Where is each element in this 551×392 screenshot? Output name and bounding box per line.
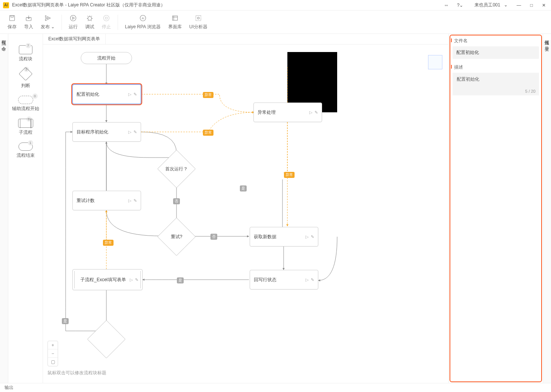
edge-badge-no: 否 xyxy=(173,198,180,204)
canvas-hint: 鼠标双击可以修改流程块标题 xyxy=(48,370,106,376)
ui-library-button[interactable]: 界面库 xyxy=(165,12,185,32)
play-icon[interactable]: ▷ xyxy=(128,130,131,135)
svg-text:AI: AI xyxy=(141,17,144,20)
node-config-init[interactable]: 配置初始化 ▷✎ xyxy=(72,84,141,104)
svg-point-4 xyxy=(88,17,92,20)
edge-badge-yes: 是 xyxy=(240,185,247,191)
left-side-tabs: 流程 命令 xyxy=(0,34,8,383)
save-icon xyxy=(8,14,16,22)
toolbar: 保存 导入 发布 ⌄ 运行 调试 停止 AI Laiye RPA 浏览器 界面库… xyxy=(0,11,551,34)
stop-button[interactable]: 停止 xyxy=(99,12,114,32)
svg-rect-10 xyxy=(196,15,201,20)
user-menu[interactable]: 来也员工001 ⌄ xyxy=(470,1,510,9)
tab-properties[interactable]: 属性 xyxy=(543,34,551,40)
analyzer-icon xyxy=(194,14,203,22)
ui-analyzer-button[interactable]: UI分析器 xyxy=(186,12,210,32)
svg-point-3 xyxy=(71,15,76,21)
node-subflow-excel[interactable]: 子流程_Excel填写表单 ▷✎ xyxy=(72,269,143,290)
edit-icon[interactable]: ✎ xyxy=(134,92,137,97)
flow-canvas[interactable]: 流程开始 配置初始化 ▷✎ 目标程序初始化 ▷✎ 重试计数 ▷✎ 子流程_Exc… xyxy=(43,44,448,383)
filename-label: 文件名 xyxy=(449,34,543,45)
palette-aux-start[interactable]: 0 辅助流程开始 xyxy=(12,96,39,112)
node-exception[interactable]: 异常处理 ▷✎ xyxy=(253,103,322,122)
play-icon[interactable]: ▷ xyxy=(130,277,133,282)
edge-badge-exception: 异常 xyxy=(284,172,295,178)
play-icon[interactable]: ▷ xyxy=(309,110,312,115)
description-input[interactable]: 配置初始化 5 / 20 xyxy=(453,73,539,95)
play-icon[interactable]: ▷ xyxy=(305,277,308,282)
palette-end[interactable]: 1 流程结束 xyxy=(17,142,35,159)
edge-badge-no: 否 xyxy=(210,234,217,240)
app-logo: AI xyxy=(3,2,9,8)
footer-bar: 输出 xyxy=(0,383,551,392)
tab-flow[interactable]: 流程 xyxy=(0,34,8,40)
palette-subflow[interactable]: 1 子流程 xyxy=(18,119,33,136)
svg-point-5 xyxy=(104,15,109,21)
edge-badge-exception: 异常 xyxy=(203,130,213,136)
node-target-init[interactable]: 目标程序初始化 ▷✎ xyxy=(72,122,141,142)
edit-icon[interactable]: ✎ xyxy=(134,198,137,203)
browser-button[interactable]: AI Laiye RPA 浏览器 xyxy=(122,12,163,32)
svg-rect-9 xyxy=(172,16,177,20)
window-close[interactable]: ✕ xyxy=(540,2,548,9)
zoom-out-button[interactable]: − xyxy=(48,349,58,358)
import-button[interactable]: 导入 xyxy=(21,12,36,32)
edge-badge-exception: 异常 xyxy=(103,240,114,246)
play-icon[interactable]: ▷ xyxy=(128,92,131,97)
tab-command[interactable]: 命令 xyxy=(0,40,8,46)
shape-palette: 7 流程块 3 判断 0 辅助流程开始 1 子流程 1 流程结束 xyxy=(8,34,43,383)
char-counter: 5 / 20 xyxy=(525,89,536,93)
edit-icon[interactable]: ✎ xyxy=(135,277,138,282)
node-write-status[interactable]: 回写行状态 ▷✎ xyxy=(250,270,318,289)
minimap[interactable] xyxy=(428,55,442,69)
run-icon xyxy=(69,14,77,22)
svg-rect-0 xyxy=(9,15,14,20)
publish-button[interactable]: 发布 ⌄ xyxy=(38,12,58,32)
zoom-fit-button[interactable]: ▢ xyxy=(48,358,58,366)
apps-icon[interactable]: ▫▫ xyxy=(442,2,450,9)
description-label: 描述 xyxy=(449,60,543,71)
zoom-controls: + − ▢ xyxy=(48,341,58,366)
filename-value[interactable]: 配置初始化 xyxy=(453,46,539,59)
palette-judge[interactable]: 3 判断 xyxy=(21,69,31,89)
import-icon xyxy=(25,14,33,22)
title-bar: AI Excel数据填写到网页表单 - Laiye RPA Creator 社区… xyxy=(0,0,551,11)
window-minimize[interactable]: — xyxy=(514,2,523,9)
play-icon[interactable]: ▷ xyxy=(128,198,131,203)
edge-badge-exception: 异常 xyxy=(203,92,213,98)
tab-variables[interactable]: 变量 xyxy=(543,40,551,46)
properties-panel: 文件名 配置初始化 描述 配置初始化 5 / 20 xyxy=(448,34,543,383)
svg-point-11 xyxy=(197,17,199,19)
edit-icon[interactable]: ✎ xyxy=(311,234,314,239)
canvas-area: Excel数据填写到网页表单 xyxy=(43,34,448,383)
edit-icon[interactable]: ✎ xyxy=(315,110,318,115)
publish-icon xyxy=(44,14,52,22)
palette-block[interactable]: 7 流程块 xyxy=(19,45,32,62)
document-tabs: Excel数据填写到网页表单 xyxy=(43,34,448,44)
zoom-in-button[interactable]: + xyxy=(48,341,58,349)
node-retry[interactable]: 重试? xyxy=(161,221,192,253)
help-icon[interactable]: ?⌄ xyxy=(455,2,466,9)
play-icon[interactable]: ▷ xyxy=(305,234,308,239)
stop-icon xyxy=(102,14,111,22)
node-retry-count[interactable]: 重试计数 ▷✎ xyxy=(72,191,141,210)
node-first-run[interactable]: 首次运行？ xyxy=(161,153,192,185)
output-tab[interactable]: 输出 xyxy=(5,384,14,391)
edge-badge-yes: 是 xyxy=(177,277,184,283)
node-fetch-data[interactable]: 获取新数据 ▷✎ xyxy=(250,227,318,247)
svg-rect-1 xyxy=(11,15,14,17)
window-title: Excel数据填写到网页表单 - Laiye RPA Creator 社区版（仅… xyxy=(12,2,442,8)
document-tab-active[interactable]: Excel数据填写到网页表单 xyxy=(43,34,106,44)
edit-icon[interactable]: ✎ xyxy=(311,277,314,282)
edit-icon[interactable]: ✎ xyxy=(134,130,137,135)
run-button[interactable]: 运行 xyxy=(66,12,81,32)
right-side-tabs: 属性 变量 xyxy=(543,34,551,383)
main-area: 流程 命令 7 流程块 3 判断 0 辅助流程开始 1 子流程 1 流程结束 E… xyxy=(0,34,551,383)
save-button[interactable]: 保存 xyxy=(5,12,20,32)
node-start[interactable]: 流程开始 xyxy=(81,52,132,64)
node-partial[interactable] xyxy=(91,323,122,355)
debug-button[interactable]: 调试 xyxy=(82,12,97,32)
bug-icon xyxy=(86,14,94,22)
svg-rect-6 xyxy=(106,17,107,19)
window-maximize[interactable]: □ xyxy=(528,2,535,9)
